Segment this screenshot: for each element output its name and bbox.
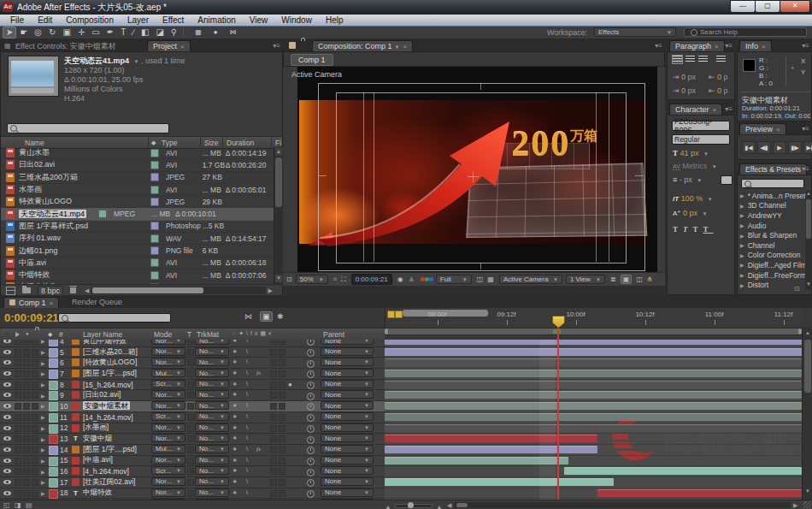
quality-slash-icon[interactable]: \ bbox=[246, 446, 248, 452]
expander-icon[interactable]: ▶ bbox=[41, 360, 45, 366]
layer-name[interactable]: [水墨画] bbox=[83, 423, 150, 433]
layer-track[interactable] bbox=[385, 401, 802, 411]
eye-icon[interactable] bbox=[3, 350, 11, 354]
trkmat-dropdown[interactable]: No...▼ bbox=[195, 434, 229, 442]
kerning-field[interactable]: AV Metrics ▼ bbox=[673, 162, 717, 170]
quality-slash-icon[interactable]: \ bbox=[246, 424, 248, 430]
preserve-transparency-cell[interactable] bbox=[187, 479, 194, 486]
comp-marker-button[interactable] bbox=[387, 311, 395, 318]
preserve-transparency-cell[interactable] bbox=[187, 425, 194, 432]
expander-icon[interactable]: ▶ bbox=[740, 222, 744, 228]
indent-left-field[interactable]: ⇥ 0 px bbox=[673, 73, 696, 81]
scrollbar-thumb[interactable] bbox=[275, 157, 282, 207]
parent-dropdown[interactable]: None▼ bbox=[321, 445, 374, 453]
eye-icon[interactable] bbox=[3, 360, 11, 364]
tab-project[interactable]: Project× bbox=[147, 40, 191, 52]
parent-pickwhip-icon[interactable] bbox=[307, 370, 315, 378]
scrollbar-thumb[interactable] bbox=[804, 340, 811, 393]
lock-cell[interactable] bbox=[32, 479, 38, 486]
layer-row[interactable]: ▶ 17 [壮美辽阔02.avi] Nor...▼ No...▼ ∗ \ bbox=[0, 477, 802, 488]
layer-track[interactable] bbox=[385, 412, 802, 423]
label-color-swatch[interactable] bbox=[49, 381, 58, 390]
quality-slash-icon[interactable]: \ bbox=[246, 467, 248, 473]
play-button[interactable]: ▶ bbox=[773, 141, 786, 154]
effects-category-row[interactable]: ▶Blur & Sharpen bbox=[738, 230, 805, 240]
new-folder-icon[interactable] bbox=[22, 287, 31, 293]
zoom-slider-knob[interactable] bbox=[408, 502, 414, 508]
label-color-swatch[interactable] bbox=[49, 413, 58, 423]
panel-menu-icon[interactable]: ▾≡ bbox=[725, 105, 733, 113]
solo-cell[interactable] bbox=[23, 392, 30, 399]
frame-blend-cell[interactable] bbox=[270, 392, 277, 399]
label-color-swatch[interactable] bbox=[150, 149, 159, 157]
layer-duration-bar[interactable] bbox=[385, 348, 802, 356]
expander-icon[interactable]: ▶ bbox=[740, 252, 744, 258]
project-row[interactable]: 黄山水墨 AVI ... MB Δ 0:00:14:19 bbox=[1, 147, 274, 159]
label-color-swatch[interactable] bbox=[98, 210, 107, 218]
layer-track[interactable] bbox=[385, 369, 802, 379]
frame-blend-cell[interactable] bbox=[270, 447, 277, 453]
close-button[interactable]: ✕ bbox=[780, 0, 810, 13]
solo-cell[interactable] bbox=[23, 370, 30, 377]
motion-blur-cell[interactable] bbox=[279, 447, 285, 453]
effects-search-input[interactable] bbox=[741, 179, 804, 188]
preserve-transparency-cell[interactable] bbox=[187, 349, 194, 356]
snapshot-icon[interactable]: ◉ bbox=[397, 275, 403, 283]
blend-mode-dropdown[interactable]: Nor...▼ bbox=[151, 340, 185, 345]
align-left-button[interactable] bbox=[673, 56, 682, 63]
solo-cell[interactable] bbox=[23, 458, 30, 465]
sync-dot-icon[interactable]: ● bbox=[210, 27, 221, 38]
layer-name[interactable]: [中庙.avi] bbox=[83, 455, 150, 465]
layer-name[interactable]: [特效黄山LOGO] bbox=[83, 358, 150, 368]
layer-track[interactable] bbox=[385, 347, 802, 358]
preserve-transparency-cell[interactable] bbox=[187, 468, 194, 475]
label-color-swatch[interactable] bbox=[150, 222, 159, 230]
parent-dropdown[interactable]: None▼ bbox=[321, 380, 374, 388]
layer-name[interactable]: 安徽中烟素材 bbox=[83, 401, 150, 411]
lock-cell[interactable] bbox=[32, 490, 38, 497]
parent-pickwhip-icon[interactable] bbox=[307, 469, 315, 476]
motion-blur-cell[interactable] bbox=[279, 340, 285, 345]
lock-cell[interactable] bbox=[32, 340, 38, 345]
label-color-swatch[interactable] bbox=[150, 198, 159, 206]
preserve-transparency-cell[interactable] bbox=[187, 490, 194, 497]
blend-mode-dropdown[interactable]: Scr...▼ bbox=[151, 380, 185, 388]
trkmat-dropdown[interactable]: No...▼ bbox=[195, 412, 229, 421]
audio-cell[interactable] bbox=[15, 468, 21, 475]
blend-mode-dropdown[interactable]: Nor...▼ bbox=[151, 477, 185, 486]
preserve-transparency-cell[interactable] bbox=[187, 340, 194, 345]
layer-row[interactable]: ▶ 15 [中庙.avi] Nor...▼ No...▼ ∗ \ bbox=[0, 456, 802, 467]
project-row[interactable]: 天空动态云41.mp4 MPEG ... MB Δ 0:00:10:01 bbox=[1, 208, 274, 220]
trkmat-dropdown[interactable]: No...▼ bbox=[195, 380, 229, 388]
puppet-pin-tool-icon[interactable]: ⚲ bbox=[168, 27, 180, 38]
label-color-swatch[interactable] bbox=[150, 271, 159, 280]
layer-row[interactable]: ▶ 19 [图层 1/字....psd] Mul...▼ No...▼ ∗ \ … bbox=[0, 499, 802, 500]
minimize-button[interactable]: — bbox=[730, 0, 756, 13]
panel-menu-icon[interactable]: ▾≡ bbox=[655, 42, 662, 50]
trkmat-dropdown[interactable]: No...▼ bbox=[195, 466, 229, 475]
motion-blur-cell[interactable] bbox=[279, 458, 285, 465]
layer-track[interactable] bbox=[385, 499, 802, 500]
timeline-hscrollbar[interactable] bbox=[454, 502, 791, 508]
audio-cell[interactable] bbox=[15, 414, 21, 421]
frame-blend-cell[interactable] bbox=[270, 468, 277, 475]
scrollbar-thumb[interactable] bbox=[806, 199, 811, 239]
project-search-input[interactable] bbox=[7, 123, 169, 133]
label-color-swatch[interactable] bbox=[49, 370, 58, 379]
trkmat-dropdown[interactable]: No...▼ bbox=[195, 340, 229, 345]
composition-mini-flowchart-icon[interactable]: ⋈ bbox=[244, 312, 252, 321]
camera-tool-icon[interactable]: ▣ bbox=[59, 27, 74, 38]
current-time-button[interactable]: 0:00:09:21 bbox=[351, 274, 392, 285]
parent-dropdown[interactable]: None▼ bbox=[321, 499, 374, 500]
parent-pickwhip-icon[interactable] bbox=[307, 479, 315, 487]
quality-slash-icon[interactable]: \ bbox=[246, 381, 248, 387]
expander-icon[interactable]: ▶ bbox=[41, 490, 45, 496]
expander-icon[interactable]: ▶ bbox=[41, 447, 45, 453]
parent-dropdown[interactable]: None▼ bbox=[321, 401, 374, 410]
parent-dropdown[interactable]: None▼ bbox=[321, 412, 374, 421]
solo-cell[interactable] bbox=[23, 447, 30, 453]
label-color-swatch[interactable] bbox=[49, 424, 58, 434]
playhead-line[interactable] bbox=[557, 317, 559, 500]
layer-row[interactable]: ▶ 16 [4_h.264.mov] Scr...▼ No...▼ ∗ \ bbox=[0, 466, 802, 477]
font-size-field[interactable]: T 41 px ▼ bbox=[673, 149, 709, 157]
